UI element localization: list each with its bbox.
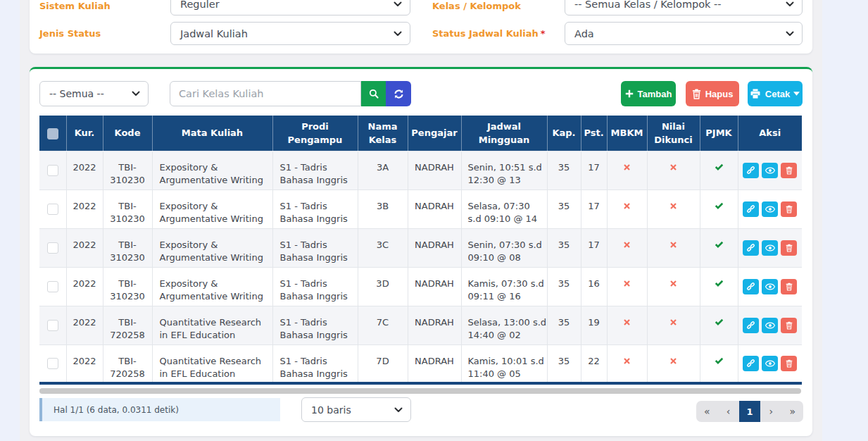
- cell-mbkm: [607, 344, 647, 383]
- link-button[interactable]: [743, 163, 759, 178]
- view-button[interactable]: [762, 279, 778, 294]
- cross-icon: [669, 163, 677, 171]
- cross-icon: [669, 280, 677, 287]
- header-pst: Pst.: [581, 116, 607, 151]
- cell-kode: TBI-310230: [103, 267, 152, 306]
- pagination-first[interactable]: «: [696, 401, 717, 422]
- eye-icon: [765, 322, 775, 329]
- cell-aksi: [738, 306, 802, 344]
- row-delete-button[interactable]: [781, 240, 797, 256]
- row-delete-button[interactable]: [781, 163, 797, 178]
- link-button[interactable]: [743, 279, 759, 294]
- select-all-checkbox[interactable]: [47, 128, 58, 139]
- cell-kap: 35: [547, 344, 581, 383]
- cell-mbkm: [607, 190, 647, 228]
- header-jadwal: Jadwal Mingguan: [461, 116, 547, 151]
- chevron-down-icon: [394, 407, 403, 413]
- page-size-select[interactable]: 10 baris: [301, 397, 411, 422]
- search-input[interactable]: Cari Kelas Kuliah: [170, 81, 361, 106]
- eye-icon: [765, 244, 775, 251]
- filter-select[interactable]: -- Semua --: [39, 81, 149, 106]
- cell-mbkm: [607, 267, 647, 306]
- cell-prodi: S1 - Tadris Bahasa Inggris: [272, 344, 358, 383]
- header-nilai-dikunci: Nilai Dikunci: [647, 116, 700, 151]
- add-button[interactable]: Tambah: [621, 81, 676, 106]
- cell-pjmk: [700, 344, 738, 383]
- row-checkbox[interactable]: [47, 358, 58, 369]
- link-icon: [746, 243, 755, 252]
- sistem-kuliah-select[interactable]: Reguler: [170, 0, 410, 15]
- row-checkbox-cell: [39, 306, 66, 344]
- link-button[interactable]: [743, 318, 759, 333]
- row-delete-button[interactable]: [781, 201, 797, 217]
- header-pjmk: PJMK: [700, 116, 738, 151]
- cell-kode: TBI-310230: [103, 190, 152, 228]
- check-icon: [715, 163, 724, 171]
- cell-pst: 19: [581, 306, 607, 344]
- row-checkbox-cell: [39, 151, 66, 190]
- row-checkbox-cell: [39, 190, 66, 228]
- link-button[interactable]: [743, 201, 759, 217]
- search-button[interactable]: [361, 81, 386, 106]
- cell-pengajar: NADRAH: [408, 151, 461, 190]
- cell-aksi: [738, 190, 802, 228]
- view-button[interactable]: [762, 318, 778, 333]
- row-checkbox[interactable]: [47, 204, 58, 215]
- cell-mbkm: [607, 306, 647, 344]
- row-checkbox[interactable]: [47, 281, 58, 292]
- jenis-status-select[interactable]: Jadwal Kuliah: [170, 22, 410, 45]
- cell-nama-kelas: 3D: [358, 267, 408, 306]
- row-checkbox[interactable]: [47, 242, 58, 254]
- filter-select-value: -- Semua --: [49, 88, 104, 99]
- sistem-kuliah-label: Sistem Kuliah: [39, 1, 111, 11]
- delete-button[interactable]: Hapus: [686, 81, 739, 106]
- row-checkbox[interactable]: [47, 165, 58, 176]
- cell-kap: 35: [547, 306, 581, 344]
- pagination-prev[interactable]: ‹: [717, 401, 738, 422]
- cell-nilai-dikunci: [647, 228, 700, 267]
- chevron-down-icon: [394, 31, 402, 37]
- cell-nama-kelas: 3C: [358, 228, 408, 267]
- refresh-button[interactable]: [386, 81, 411, 106]
- pagination-next[interactable]: ›: [760, 401, 781, 422]
- row-delete-button[interactable]: [781, 318, 797, 333]
- view-button[interactable]: [762, 356, 778, 371]
- trash-icon: [786, 282, 793, 291]
- cell-mbkm: [607, 228, 647, 267]
- kelas-kelompok-value: -- Semua Kelas / Kelompok --: [574, 0, 722, 10]
- pagination-last[interactable]: »: [782, 401, 803, 422]
- cell-mata-kuliah: Expository & Argumentative Writing: [152, 267, 272, 306]
- link-button[interactable]: [743, 356, 759, 371]
- cell-kode: TBI-310230: [103, 228, 152, 267]
- pagination-page-1[interactable]: 1: [739, 401, 760, 422]
- cell-kode: TBI-310230: [103, 151, 152, 190]
- cell-mbkm: [607, 151, 647, 190]
- link-icon: [746, 359, 755, 368]
- header-prodi: Prodi Pengampu: [272, 116, 358, 151]
- eye-icon: [765, 206, 775, 213]
- cell-kur: 2022: [66, 306, 103, 344]
- search-placeholder: Cari Kelas Kuliah: [179, 88, 264, 99]
- cell-kap: 35: [547, 151, 581, 190]
- delete-button-label: Hapus: [705, 89, 734, 99]
- cell-pengajar: NADRAH: [408, 190, 461, 228]
- link-icon: [746, 282, 755, 291]
- status-jadwal-kuliah-select[interactable]: Ada: [565, 22, 803, 45]
- row-checkbox[interactable]: [47, 320, 58, 331]
- cell-nilai-dikunci: [647, 306, 700, 344]
- horizontal-scrollbar[interactable]: [39, 388, 801, 394]
- row-delete-button[interactable]: [781, 356, 797, 371]
- table-row: 2022TBI-310230Expository & Argumentative…: [39, 228, 802, 267]
- link-button[interactable]: [743, 240, 759, 256]
- row-delete-button[interactable]: [781, 279, 797, 294]
- view-button[interactable]: [762, 201, 778, 217]
- kelas-kelompok-select[interactable]: -- Semua Kelas / Kelompok --: [565, 0, 803, 15]
- cell-jadwal: Senin, 10:51 s.d 12:30 @ 13: [461, 151, 547, 190]
- view-button[interactable]: [762, 240, 778, 256]
- view-button[interactable]: [762, 163, 778, 178]
- cell-aksi: [738, 151, 802, 190]
- print-button[interactable]: Cetak: [748, 81, 803, 106]
- cell-kur: 2022: [66, 344, 103, 383]
- cross-icon: [623, 280, 631, 287]
- cell-jadwal: Kamis, 07:30 s.d 09:11 @ 16: [461, 267, 547, 306]
